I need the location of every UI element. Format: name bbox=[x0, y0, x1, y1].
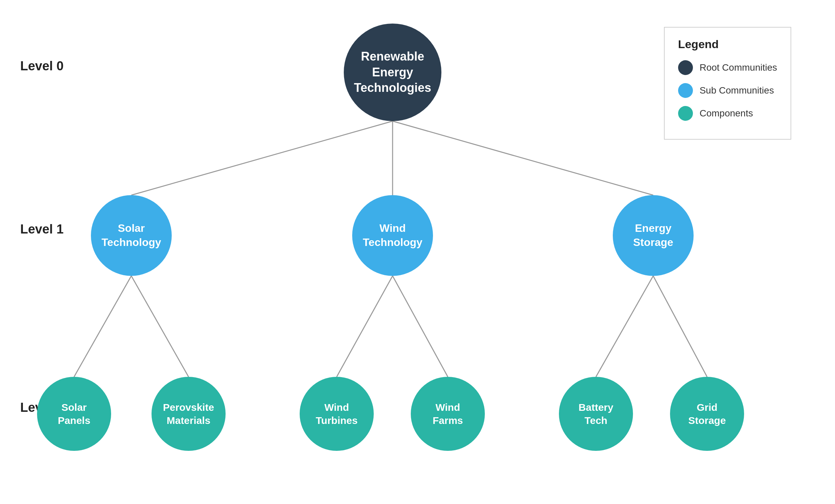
svg-line-3 bbox=[74, 276, 131, 377]
level-0-label: Level 0 bbox=[20, 59, 64, 74]
node-solar-panels-label: SolarPanels bbox=[58, 401, 90, 427]
legend-dot-component bbox=[678, 106, 693, 121]
node-root[interactable]: RenewableEnergyTechnologies bbox=[344, 24, 442, 121]
legend-item-sub: Sub Communities bbox=[678, 83, 777, 98]
node-grid-storage[interactable]: GridStorage bbox=[670, 377, 744, 451]
node-battery-tech[interactable]: BatteryTech bbox=[559, 377, 633, 451]
node-energy-label: EnergyStorage bbox=[633, 222, 673, 249]
node-perovskite-label: PerovskiteMaterials bbox=[163, 401, 214, 427]
legend-title: Legend bbox=[678, 38, 777, 51]
svg-line-8 bbox=[653, 276, 707, 377]
node-grid-storage-label: GridStorage bbox=[688, 401, 726, 427]
node-wind-turbines[interactable]: WindTurbines bbox=[300, 377, 374, 451]
node-solar-label: SolarTechnology bbox=[101, 222, 161, 249]
legend-sub-label: Sub Communities bbox=[700, 85, 774, 96]
node-wind-technology[interactable]: WindTechnology bbox=[352, 195, 433, 276]
diagram-container: Level 0 Level 1 Level 2 RenewableEnergyT… bbox=[0, 0, 835, 504]
node-wind-label: WindTechnology bbox=[363, 222, 422, 249]
legend-dot-root bbox=[678, 60, 693, 75]
legend-component-label: Components bbox=[700, 108, 753, 119]
node-wind-farms[interactable]: WindFarms bbox=[411, 377, 485, 451]
svg-line-5 bbox=[337, 276, 392, 377]
svg-line-7 bbox=[596, 276, 653, 377]
legend-item-root: Root Communities bbox=[678, 60, 777, 75]
svg-line-4 bbox=[131, 276, 188, 377]
node-root-label: RenewableEnergyTechnologies bbox=[354, 49, 431, 96]
svg-line-0 bbox=[131, 121, 392, 195]
legend-dot-sub bbox=[678, 83, 693, 98]
node-solar-panels[interactable]: SolarPanels bbox=[37, 377, 111, 451]
svg-line-2 bbox=[392, 121, 653, 195]
node-wind-turbines-label: WindTurbines bbox=[316, 401, 358, 427]
node-wind-farms-label: WindFarms bbox=[433, 401, 463, 427]
node-perovskite-materials[interactable]: PerovskiteMaterials bbox=[151, 377, 226, 451]
legend-item-component: Components bbox=[678, 106, 777, 121]
node-battery-tech-label: BatteryTech bbox=[578, 401, 613, 427]
legend-box: Legend Root Communities Sub Communities … bbox=[664, 27, 791, 140]
level-1-label: Level 1 bbox=[20, 222, 64, 236]
node-energy-storage[interactable]: EnergyStorage bbox=[613, 195, 694, 276]
svg-line-6 bbox=[392, 276, 448, 377]
node-solar-technology[interactable]: SolarTechnology bbox=[91, 195, 172, 276]
legend-root-label: Root Communities bbox=[700, 62, 777, 73]
